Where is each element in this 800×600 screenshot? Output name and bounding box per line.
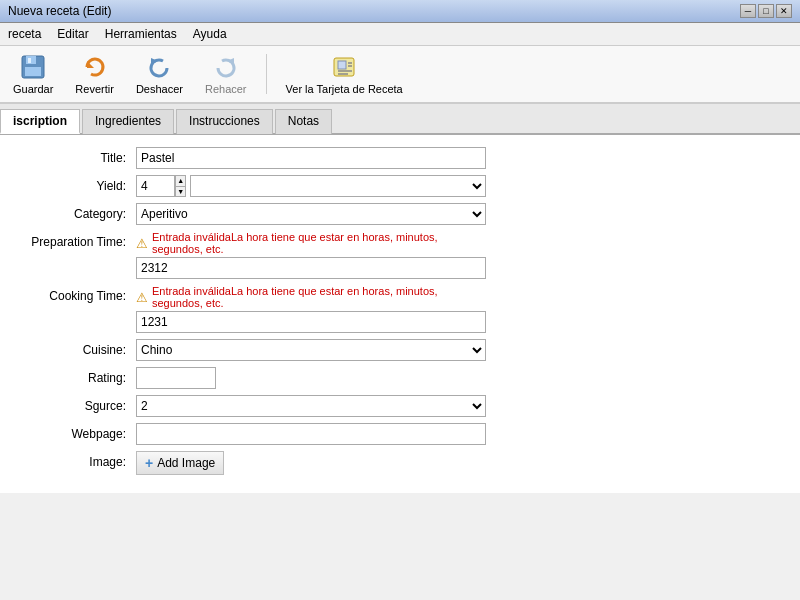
prep-time-row: Preparation Time: ⚠ Entrada inválidaLa h… (16, 231, 784, 279)
redo-button[interactable]: Rehacer (198, 50, 254, 98)
save-icon (19, 53, 47, 81)
card-button[interactable]: Ver la Tarjeta de Receta (279, 50, 410, 98)
menu-herramientas[interactable]: Herramientas (97, 25, 185, 43)
tab-notas[interactable]: Notas (275, 109, 332, 134)
revert-icon (81, 53, 109, 81)
cuisine-field: Chino Italiano Mexicano Francés (136, 339, 486, 361)
redo-label: Rehacer (205, 83, 247, 95)
cooking-time-row: Cooking Time: ⚠ Entrada inválidaLa hora … (16, 285, 784, 333)
save-button[interactable]: Guardar (6, 50, 60, 98)
yield-label: Yield: (16, 175, 136, 193)
tab-bar: iscription Ingredientes Instrucciones No… (0, 104, 800, 135)
cuisine-label: Cuisine: (16, 339, 136, 357)
cooking-time-field: ⚠ Entrada inválidaLa hora tiene que esta… (136, 285, 486, 333)
cooking-time-warn-icon: ⚠ (136, 290, 148, 305)
prep-time-warn-icon: ⚠ (136, 236, 148, 251)
yield-row: Yield: ▲ ▼ porciones personas (16, 175, 784, 197)
category-label: Category: (16, 203, 136, 221)
rating-row: Rating: (16, 367, 784, 389)
tab-instrucciones[interactable]: Instrucciones (176, 109, 273, 134)
undo-icon (145, 53, 173, 81)
source-select[interactable]: 1 2 3 4 5 (136, 395, 486, 417)
redo-icon (212, 53, 240, 81)
title-input[interactable] (136, 147, 486, 169)
cooking-time-label: Cooking Time: (16, 285, 136, 303)
card-label: Ver la Tarjeta de Receta (286, 83, 403, 95)
title-label: Title: (16, 147, 136, 165)
title-bar-buttons: ─ □ ✕ (740, 4, 792, 18)
rating-field (136, 367, 486, 389)
yield-number-input[interactable] (136, 175, 175, 197)
cuisine-row: Cuisine: Chino Italiano Mexicano Francés (16, 339, 784, 361)
prep-time-label: Preparation Time: (16, 231, 136, 249)
title-field (136, 147, 486, 169)
toolbar-separator (266, 54, 267, 94)
revert-label: Revertir (75, 83, 114, 95)
tab-ingredientes[interactable]: Ingredientes (82, 109, 174, 134)
cooking-time-input[interactable] (136, 311, 486, 333)
title-bar: Nueva receta (Edit) ─ □ ✕ (0, 0, 800, 23)
webpage-row: Webpage: (16, 423, 784, 445)
prep-time-input[interactable] (136, 257, 486, 279)
webpage-field (136, 423, 486, 445)
yield-unit-select[interactable]: porciones personas (190, 175, 486, 197)
menu-bar: receta Editar Herramientas Ayuda (0, 23, 800, 46)
cuisine-select[interactable]: Chino Italiano Mexicano Francés (136, 339, 486, 361)
add-image-plus-icon: + (145, 455, 153, 471)
tab-description[interactable]: iscription (0, 109, 80, 134)
image-label: Image: (16, 451, 136, 469)
close-button[interactable]: ✕ (776, 4, 792, 18)
category-select[interactable]: Aperitivo Principal Postre Ensalada (136, 203, 486, 225)
webpage-label: Webpage: (16, 423, 136, 441)
svg-rect-8 (338, 61, 346, 69)
prep-time-field: ⚠ Entrada inválidaLa hora tiene que esta… (136, 231, 486, 279)
prep-time-error-text: Entrada inválidaLa hora tiene que estar … (152, 231, 486, 255)
source-field: 1 2 3 4 5 (136, 395, 486, 417)
undo-label: Deshacer (136, 83, 183, 95)
menu-ayuda[interactable]: Ayuda (185, 25, 235, 43)
main-content: Title: Yield: ▲ ▼ porciones personas (0, 135, 800, 493)
cooking-time-error: ⚠ Entrada inválidaLa hora tiene que esta… (136, 285, 486, 309)
yield-spinner: ▲ ▼ (136, 175, 186, 197)
cooking-time-error-text: Entrada inválidaLa hora tiene que estar … (152, 285, 486, 309)
rating-input[interactable] (136, 367, 216, 389)
card-icon (330, 53, 358, 81)
image-row: Image: + Add Image (16, 451, 784, 475)
save-label: Guardar (13, 83, 53, 95)
prep-time-error: ⚠ Entrada inválidaLa hora tiene que esta… (136, 231, 486, 255)
add-image-button[interactable]: + Add Image (136, 451, 224, 475)
svg-rect-3 (28, 58, 31, 63)
category-field: Aperitivo Principal Postre Ensalada (136, 203, 486, 225)
revert-button[interactable]: Revertir (68, 50, 121, 98)
menu-editar[interactable]: Editar (49, 25, 96, 43)
toolbar: Guardar Revertir Deshacer Rehacer (0, 46, 800, 104)
minimize-button[interactable]: ─ (740, 4, 756, 18)
source-row: Sgurce: 1 2 3 4 5 (16, 395, 784, 417)
yield-down-arrow[interactable]: ▼ (176, 187, 185, 197)
webpage-input[interactable] (136, 423, 486, 445)
source-label: Sgurce: (16, 395, 136, 413)
undo-button[interactable]: Deshacer (129, 50, 190, 98)
image-field: + Add Image (136, 451, 486, 475)
yield-arrows: ▲ ▼ (175, 175, 186, 197)
title-text: Nueva receta (Edit) (8, 4, 111, 18)
svg-rect-2 (25, 67, 41, 76)
title-row: Title: (16, 147, 784, 169)
rating-label: Rating: (16, 367, 136, 385)
yield-field: ▲ ▼ porciones personas (136, 175, 486, 197)
maximize-button[interactable]: □ (758, 4, 774, 18)
menu-receta[interactable]: receta (0, 25, 49, 43)
category-row: Category: Aperitivo Principal Postre Ens… (16, 203, 784, 225)
add-image-label: Add Image (157, 456, 215, 470)
yield-up-arrow[interactable]: ▲ (176, 176, 185, 187)
